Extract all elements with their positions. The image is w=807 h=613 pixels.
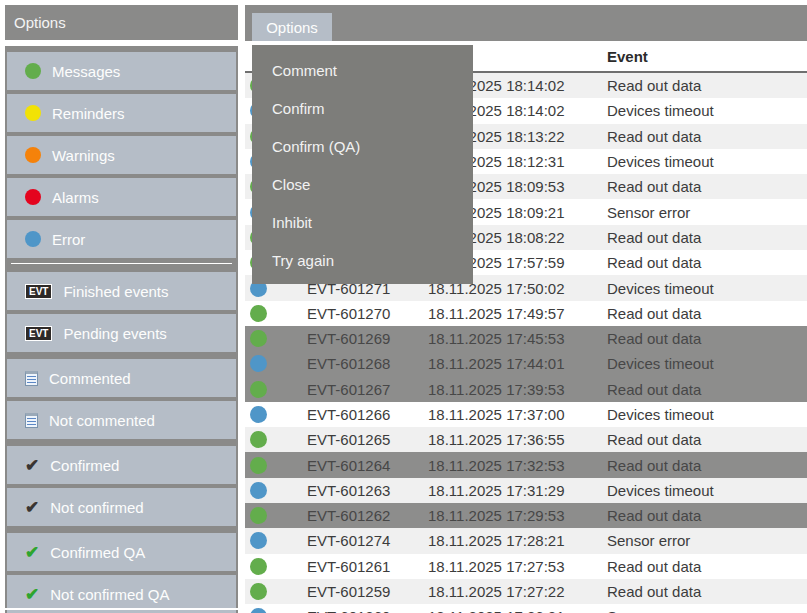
event-datetime-cell: 18.11.2025 17:49:57: [428, 305, 607, 322]
sidebar-item-finished-events[interactable]: EVT Finished events: [7, 272, 236, 310]
sidebar-item-confirmed-qa[interactable]: ✔ Confirmed QA: [7, 533, 236, 571]
sidebar-item-label: Not confirmed: [50, 499, 143, 516]
event-datetime-cell: 18.11.2025 17:45:53: [428, 330, 607, 347]
event-name-cell: Read out data: [607, 431, 807, 448]
sidebar-item-reminders[interactable]: Reminders: [7, 94, 236, 132]
severity-dot-icon: [250, 406, 267, 423]
severity-dot-icon: [250, 583, 267, 600]
error-dot-icon: [25, 231, 41, 247]
checkmark-icon: ✔: [25, 499, 39, 516]
menu-item-confirm-qa[interactable]: Confirm (QA): [252, 127, 473, 165]
event-name-cell: Devices timeout: [607, 280, 807, 297]
messages-dot-icon: [25, 63, 41, 79]
severity-dot-icon: [250, 558, 267, 575]
event-id-cell: EVT-601261: [307, 558, 428, 575]
event-name-cell: Read out data: [607, 128, 807, 145]
event-name-cell: Read out data: [607, 305, 807, 322]
sidebar-group-divider: [11, 263, 232, 264]
sidebar-item-alarms[interactable]: Alarms: [7, 178, 236, 216]
event-name-cell: Devices timeout: [607, 482, 807, 499]
menu-item-close[interactable]: Close: [252, 165, 473, 203]
sidebar-item-commented[interactable]: Commented: [7, 359, 236, 397]
table-row[interactable]: EVT-601263 18.11.2025 17:31:29 Devices t…: [245, 478, 807, 503]
event-name-cell: Read out data: [607, 457, 807, 474]
options-menu-button[interactable]: Options: [252, 13, 332, 41]
event-name-cell: Read out data: [607, 558, 807, 575]
event-id-cell: EVT-601263: [307, 482, 428, 499]
severity-cell: [245, 457, 307, 474]
sidebar-item-pending-events[interactable]: EVT Pending events: [7, 314, 236, 352]
severity-cell: [245, 431, 307, 448]
table-row[interactable]: EVT-601264 18.11.2025 17:32:53 Read out …: [245, 452, 807, 477]
severity-dot-icon: [250, 381, 267, 398]
table-row[interactable]: EVT-601269 18.11.2025 17:45:53 Read out …: [245, 326, 807, 351]
event-name-cell: Read out data: [607, 381, 807, 398]
event-datetime-cell: 18.11.2025 17:32:53: [428, 457, 607, 474]
severity-cell: [245, 355, 307, 372]
sidebar-item-label: Confirmed: [50, 457, 119, 474]
sidebar-item-error[interactable]: Error: [7, 220, 236, 258]
menu-item-try-again[interactable]: Try again: [252, 241, 473, 279]
sidebar-item-label: Reminders: [52, 105, 125, 122]
sidebar-item-label: Alarms: [52, 189, 99, 206]
table-row[interactable]: EVT-601259 18.11.2025 17:27:22 Read out …: [245, 579, 807, 604]
event-datetime-cell: 18.11.2025 17:26:21: [428, 608, 607, 613]
severity-cell: [245, 507, 307, 524]
table-row[interactable]: EVT-601274 18.11.2025 17:28:21 Sensor er…: [245, 528, 807, 553]
sidebar-item-confirmed[interactable]: ✔ Confirmed: [7, 446, 236, 484]
sidebar-item-warnings[interactable]: Warnings: [7, 136, 236, 174]
evt-badge-icon: EVT: [25, 284, 52, 299]
app-window: Options Messages Reminders Warnings Alar…: [0, 0, 807, 613]
sidebar-item-label: Warnings: [52, 147, 115, 164]
table-row[interactable]: EVT-601262 18.11.2025 17:29:53 Read out …: [245, 503, 807, 528]
event-name-cell: Read out data: [607, 77, 807, 94]
note-icon: [25, 413, 38, 428]
event-id-cell: EVT-601260: [307, 608, 428, 613]
event-name-cell: Read out data: [607, 254, 807, 271]
event-name-cell: Devices timeout: [607, 153, 807, 170]
event-name-cell: Read out data: [607, 178, 807, 195]
sidebar-item-label: Error: [52, 231, 85, 248]
sidebar-item-messages[interactable]: Messages: [7, 52, 236, 90]
severity-dot-icon: [250, 457, 267, 474]
sidebar-item-label: Not commented: [49, 412, 155, 429]
menu-item-confirm[interactable]: Confirm: [252, 89, 473, 127]
table-row[interactable]: EVT-601265 18.11.2025 17:36:55 Read out …: [245, 427, 807, 452]
menu-item-inhibit[interactable]: Inhibit: [252, 203, 473, 241]
severity-dot-icon: [250, 355, 267, 372]
severity-dot-icon: [250, 532, 267, 549]
table-row[interactable]: EVT-601268 18.11.2025 17:44:01 Devices t…: [245, 351, 807, 376]
event-datetime-cell: 18.11.2025 17:39:53: [428, 381, 607, 398]
table-row[interactable]: EVT-601261 18.11.2025 17:27:53 Read out …: [245, 554, 807, 579]
event-name-cell: Sensor error: [607, 608, 807, 613]
event-datetime-cell: 18.11.2025 17:44:01: [428, 355, 607, 372]
table-row[interactable]: EVT-601270 18.11.2025 17:49:57 Read out …: [245, 301, 807, 326]
event-name-cell: Sensor error: [607, 204, 807, 221]
table-row[interactable]: EVT-601267 18.11.2025 17:39:53 Read out …: [245, 377, 807, 402]
event-name-cell: Sensor error: [607, 532, 807, 549]
checkmark-icon: ✔: [25, 586, 39, 603]
event-datetime-cell: 18.11.2025 17:31:29: [428, 482, 607, 499]
table-row[interactable]: EVT-601266 18.11.2025 17:37:00 Devices t…: [245, 402, 807, 427]
event-datetime-cell: 18.11.2025 17:29:53: [428, 507, 607, 524]
severity-cell: [245, 406, 307, 423]
menu-item-comment[interactable]: Comment: [252, 51, 473, 89]
event-datetime-cell: 18.11.2025 17:36:55: [428, 431, 607, 448]
reminders-dot-icon: [25, 105, 41, 121]
table-row[interactable]: EVT-601260 18.11.2025 17:26:21 Sensor er…: [245, 604, 807, 613]
sidebar-item-label: Confirmed QA: [50, 544, 145, 561]
event-name-cell: Read out data: [607, 330, 807, 347]
severity-dot-icon: [250, 608, 267, 613]
severity-dot-icon: [250, 305, 267, 322]
event-id-cell: EVT-601264: [307, 457, 428, 474]
event-name-cell: Devices timeout: [607, 102, 807, 119]
filters-sidebar: Options Messages Reminders Warnings Alar…: [5, 5, 238, 613]
sidebar-title: Options: [5, 5, 238, 40]
sidebar-button-list: Messages Reminders Warnings Alarms Error…: [5, 46, 238, 613]
event-name-cell: Devices timeout: [607, 406, 807, 423]
sidebar-item-not-confirmed[interactable]: ✔ Not confirmed: [7, 488, 236, 526]
alarms-dot-icon: [25, 189, 41, 205]
event-id-cell: EVT-601269: [307, 330, 428, 347]
sidebar-item-not-commented[interactable]: Not commented: [7, 401, 236, 439]
severity-cell: [245, 305, 307, 322]
